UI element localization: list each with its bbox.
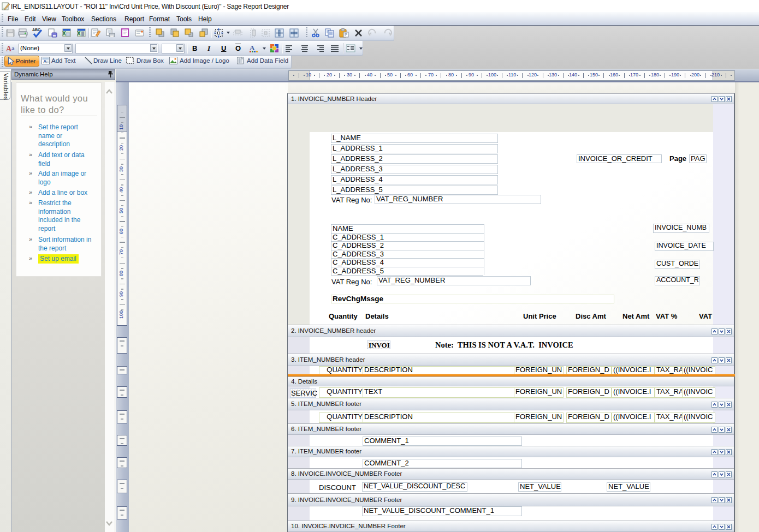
svg-text:X: X	[77, 31, 81, 37]
svg-text:X: X	[62, 31, 66, 37]
svg-text:A: A	[250, 44, 255, 52]
svg-text:a: a	[11, 45, 15, 51]
svg-text:ABC: ABC	[32, 28, 40, 32]
svg-text:A: A	[43, 59, 47, 64]
